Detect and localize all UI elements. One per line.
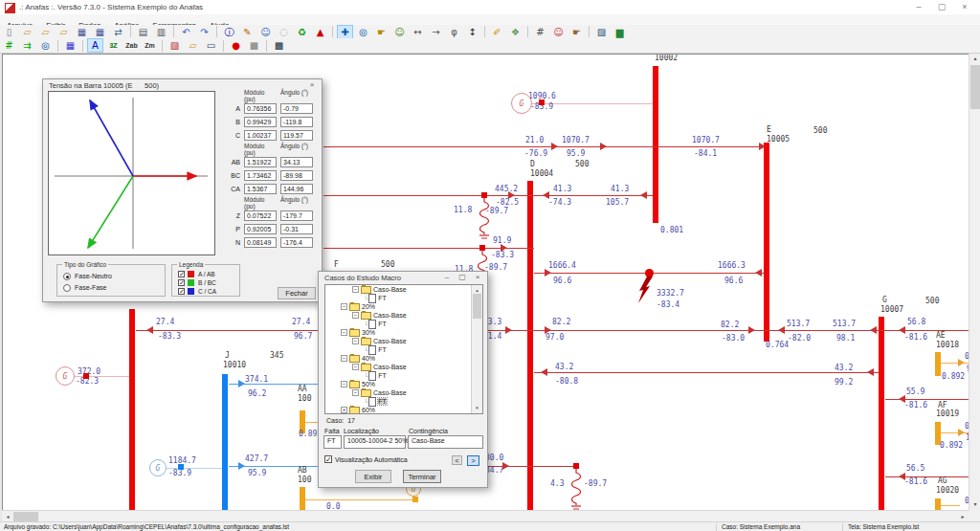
tree-item-20[interactable]: −20% — [325, 302, 482, 311]
tree-item-ft[interactable]: └FT — [325, 345, 482, 354]
drag-hand-button[interactable]: ☛ — [568, 25, 585, 39]
bus-e[interactable] — [764, 143, 769, 342]
impedance-3z-button[interactable]: 3Z — [105, 38, 122, 53]
tree-item-ft[interactable]: └FT — [325, 294, 482, 302]
tree-item-label[interactable]: 20% — [362, 303, 375, 310]
minimize-button[interactable]: – — [907, 0, 930, 14]
data-table-button[interactable]: ▦ — [62, 38, 78, 53]
tree-item-label[interactable]: FT — [378, 398, 387, 405]
legend-checkbox[interactable]: ✓ — [178, 271, 185, 277]
tree-item-casobase[interactable]: −Caso-Base — [325, 388, 482, 397]
report-rsl-button[interactable]: ▭ — [203, 38, 219, 53]
tree-expand-icon[interactable]: − — [341, 329, 347, 336]
radio-fase-fase-label[interactable]: Fase-Fase — [75, 284, 106, 291]
bus-g[interactable] — [879, 317, 884, 510]
casos-minimize-icon[interactable]: – — [439, 273, 455, 281]
tree-item-label[interactable]: FT — [378, 346, 387, 353]
bus-ae[interactable] — [935, 352, 941, 376]
next-case-button[interactable]: > — [467, 455, 479, 466]
tree-item-60[interactable]: +60% — [325, 406, 482, 414]
phasor-angle-field[interactable]: -119.8 — [280, 117, 313, 127]
bus-j[interactable] — [222, 374, 228, 510]
erase-button[interactable]: ◌ — [276, 25, 292, 39]
reload-button[interactable]: ⇄ — [110, 25, 126, 39]
link-button[interactable]: → — [428, 25, 444, 39]
undo-button[interactable]: ↶ — [178, 25, 194, 39]
bus-d[interactable] — [527, 181, 533, 510]
phasor-angle-field[interactable]: -0.31 — [280, 224, 313, 234]
select-person-button[interactable]: ☺ — [550, 25, 567, 39]
stretch-button[interactable]: ↔ — [410, 25, 426, 39]
radio-fase-neutro[interactable] — [63, 273, 71, 280]
terminar-button[interactable]: Terminar — [403, 470, 441, 483]
inspect-button[interactable]: ◎ — [37, 38, 54, 53]
move-button[interactable]: ✚ — [337, 25, 353, 39]
legend-checkbox[interactable]: ✓ — [178, 279, 185, 286]
hscroll-thumb[interactable] — [13, 512, 38, 521]
shunt-reactor[interactable] — [478, 192, 493, 246]
phasor-module-field[interactable]: 0.99429 — [244, 117, 277, 127]
open-macro-button[interactable]: ▱ — [37, 25, 54, 39]
phasor-module-field[interactable]: 0.92005 — [244, 224, 277, 234]
insert-branch-button[interactable]: ⇉ — [19, 38, 35, 53]
localizacao-field[interactable]: 10005-10004-2 50% — [344, 435, 406, 449]
tree-item-casobase[interactable]: −Caso-Base — [325, 337, 482, 345]
zoom-button[interactable]: ◎ — [355, 25, 371, 39]
redo-button[interactable]: ↷ — [196, 25, 212, 39]
branch-line[interactable] — [534, 372, 879, 373]
branch-line[interactable] — [136, 330, 969, 331]
edit-button[interactable]: ✎ — [239, 25, 256, 39]
phasor-angle-field[interactable]: -179.7 — [280, 210, 313, 221]
tree-item-casobase[interactable]: −Caso-Base — [325, 363, 482, 371]
tree-item-label[interactable]: Caso-Base — [373, 364, 407, 370]
branch-line[interactable] — [305, 499, 415, 500]
pan-button[interactable]: ☛ — [373, 25, 390, 39]
copy-button[interactable]: ▤ — [135, 25, 151, 39]
bus-ag[interactable] — [935, 498, 941, 510]
generator-j[interactable]: G — [149, 459, 167, 476]
falta-field[interactable]: FT — [323, 435, 342, 449]
generator-b[interactable]: G — [511, 93, 532, 114]
phasor-module-field[interactable]: 1.5367 — [244, 184, 277, 194]
tree-item-label[interactable]: 60% — [362, 407, 375, 413]
branch-line[interactable] — [305, 422, 319, 423]
tree-item-label[interactable]: FT — [378, 372, 387, 379]
tree-expand-icon[interactable]: − — [341, 355, 347, 362]
node-button[interactable]: φ — [446, 25, 462, 39]
phasor-module-field[interactable]: 1.73462 — [244, 170, 277, 181]
macro-study-button[interactable]: ▩ — [271, 38, 287, 53]
phasor-angle-field[interactable]: -176.4 — [280, 237, 313, 248]
phasor-close-icon[interactable]: × — [304, 80, 320, 89]
phasor-module-field[interactable]: 0.76356 — [244, 103, 277, 114]
tree-expand-icon[interactable]: − — [352, 389, 359, 396]
tree-item-label[interactable]: FT — [378, 321, 387, 327]
tree-item-ft[interactable]: └FT — [325, 397, 482, 406]
tree-expand-icon[interactable]: − — [352, 338, 359, 344]
stop-button[interactable]: ■ — [246, 38, 262, 53]
insert-element-button[interactable]: ☺ — [257, 25, 274, 39]
scroll-down-icon[interactable]: ▾ — [969, 499, 980, 510]
tree-expand-icon[interactable]: − — [352, 312, 359, 319]
tree-item-30[interactable]: −30% — [325, 328, 482, 337]
phasor-module-field[interactable]: 0.07522 — [244, 210, 277, 221]
bus-ab[interactable] — [300, 487, 305, 510]
grid-button[interactable]: # — [532, 25, 548, 39]
text-labels-button[interactable]: A — [87, 38, 103, 53]
phasor-angle-field[interactable]: 144.96 — [280, 184, 313, 194]
tree-expand-icon[interactable]: − — [352, 364, 359, 370]
tree-expand-icon[interactable]: − — [341, 381, 347, 387]
shunt-reactor[interactable] — [569, 463, 585, 511]
rotate-button[interactable]: ❖ — [507, 25, 523, 39]
tree-item-label[interactable]: 30% — [362, 329, 375, 336]
fechar-button[interactable]: Fechar — [278, 287, 316, 299]
horizontal-scrollbar[interactable]: ◂ ▸ — [2, 510, 969, 521]
generator-a[interactable]: G — [56, 366, 75, 386]
radio-fase-neutro-label[interactable]: Fase-Neutro — [75, 273, 112, 279]
phasor-module-field[interactable]: 1.51922 — [244, 157, 277, 167]
branch-line[interactable] — [941, 363, 969, 364]
casos-close-icon[interactable]: × — [470, 273, 485, 281]
insert-bus-button[interactable]: # — [1, 38, 17, 53]
phasor-module-field[interactable]: 1.00237 — [244, 130, 277, 141]
branch-line[interactable] — [941, 505, 960, 506]
tree-expand-icon[interactable]: − — [341, 303, 347, 310]
